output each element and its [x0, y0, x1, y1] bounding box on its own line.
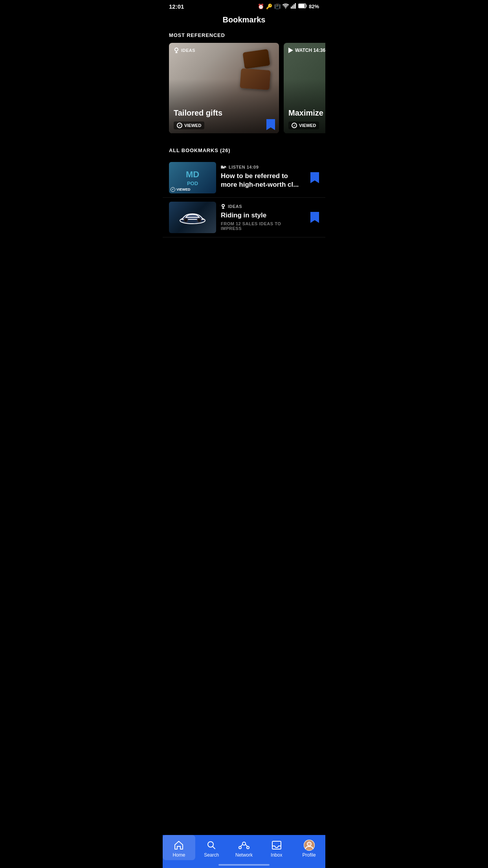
svg-rect-2 [294, 4, 295, 9]
podcast-thumbnail: MD POD ✓ VIEWED [169, 162, 216, 193]
signal-icon [291, 3, 296, 10]
svg-point-6 [175, 48, 178, 51]
card-1-viewed: ✓ VIEWED [174, 121, 204, 129]
svg-rect-3 [295, 3, 296, 9]
card-maximize-mdrt[interactable]: WATCH 14:36 Maximize MDRT me ✓ VIEWED [284, 43, 325, 133]
list-item-riding[interactable]: IDEAS Riding in style FROM 12 SALES IDEA… [163, 198, 325, 237]
riding-content: IDEAS Riding in style FROM 12 SALES IDEA… [221, 204, 303, 231]
vibrate-icon: 📳 [274, 4, 281, 9]
most-referenced-header: MOST REFERENCED [163, 32, 325, 43]
status-bar: 12:01 ⏰ 🔑 📳 82% [163, 0, 325, 11]
riding-subtitle: FROM 12 SALES IDEAS TO IMPRESS [221, 221, 303, 231]
riding-meta: IDEAS [221, 204, 303, 209]
all-bookmarks-section: ALL BOOKMARKS (26) MD POD ✓ VIEWED LISTE… [163, 140, 325, 237]
alarm-icon: ⏰ [258, 4, 264, 9]
card-1-type-label: IDEAS [174, 48, 195, 53]
status-time: 12:01 [169, 3, 184, 10]
viewed-check-icon: ✓ [177, 123, 182, 128]
card-1-title: Tailored gifts [174, 108, 274, 118]
svg-rect-1 [292, 6, 293, 9]
page-title: Bookmarks [163, 11, 325, 32]
most-referenced-section: MOST REFERENCED IDEAS Tailored gifts ✓ V… [163, 32, 325, 140]
car-thumbnail [169, 202, 216, 233]
card-tailored-gifts[interactable]: IDEAS Tailored gifts ✓ VIEWED [169, 43, 279, 133]
wifi-icon [283, 3, 289, 10]
card-2-viewed: ✓ VIEWED [288, 121, 319, 129]
podcast-title: How to be referred to more high-net-wort… [221, 172, 303, 189]
svg-rect-0 [291, 7, 292, 9]
svg-rect-5 [299, 4, 305, 8]
podcast-bookmark-btn[interactable] [310, 172, 319, 183]
play-icon [288, 48, 293, 53]
key-icon: 🔑 [266, 4, 272, 9]
card-2-title: Maximize MDRT me [288, 108, 325, 118]
battery-percent: 82% [309, 4, 319, 9]
list-item-podcast[interactable]: MD POD ✓ VIEWED LISTEN 14:09 How to be r… [163, 158, 325, 198]
featured-cards-scroll[interactable]: IDEAS Tailored gifts ✓ VIEWED [163, 43, 325, 140]
card-2-watch-label: WATCH 14:36 [288, 48, 325, 53]
viewed-check-icon-2: ✓ [292, 123, 297, 128]
podcast-meta: LISTEN 14:09 [221, 165, 303, 169]
svg-point-10 [197, 218, 201, 222]
battery-icon [298, 4, 307, 9]
podcast-viewed-badge: ✓ VIEWED [171, 187, 191, 192]
status-icons: ⏰ 🔑 📳 82% [258, 3, 319, 10]
riding-title: Riding in style [221, 211, 303, 220]
all-bookmarks-header: ALL BOOKMARKS (26) [163, 147, 325, 158]
riding-bookmark-btn[interactable] [310, 212, 319, 223]
card-1-bookmark[interactable] [266, 119, 275, 130]
svg-point-9 [184, 218, 188, 222]
podcast-content: LISTEN 14:09 How to be referred to more … [221, 165, 303, 191]
